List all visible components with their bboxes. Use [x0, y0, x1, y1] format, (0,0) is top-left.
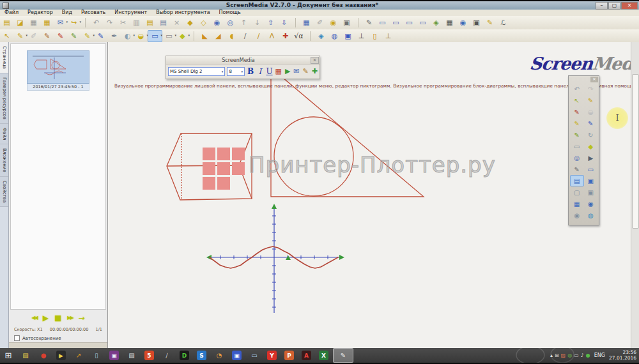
powerpoint-icon[interactable]: P	[284, 351, 294, 360]
menu-file[interactable]: Файл	[0, 10, 23, 16]
undo-icon[interactable]: ↶	[570, 83, 584, 95]
save-as-icon[interactable]: ▦	[40, 17, 54, 28]
screen-capture-icon[interactable]: ▣	[584, 175, 598, 186]
grid-view-icon[interactable]: ▦	[300, 17, 313, 28]
gesture-icon[interactable]: ✐	[313, 17, 327, 28]
lightning-icon[interactable]: S	[197, 351, 206, 360]
maximize-button[interactable]: ▢	[608, 2, 620, 10]
page-thumbnail[interactable]: 2016/01/27 23:45:50 - 1	[27, 50, 89, 91]
zoom-out-icon[interactable]: ◎	[224, 17, 237, 28]
menu-draw[interactable]: Рисовать	[77, 10, 110, 16]
tab-properties[interactable]: Свойства	[0, 177, 8, 207]
save-icon[interactable]: ▦	[27, 17, 40, 28]
screen-freeze-icon[interactable]: ▭	[416, 17, 429, 28]
lab-stand-icon[interactable]: ⊥	[381, 31, 395, 42]
tab-file[interactable]: Файл	[0, 124, 8, 144]
purple-app-icon[interactable]: ▣	[109, 351, 119, 360]
cut-icon[interactable]: ✂	[116, 17, 130, 28]
color-wheel-icon[interactable]: ◔	[211, 349, 227, 362]
export-icon[interactable]: ↪	[67, 17, 81, 28]
video-icon[interactable]: ▶	[584, 152, 598, 163]
image-tool-icon[interactable]: ▣	[341, 31, 355, 42]
shapes-icon[interactable]: ◆	[584, 140, 598, 152]
camera-icon[interactable]: ▣	[340, 17, 353, 28]
spotlight-icon[interactable]: ✎	[362, 17, 376, 28]
pen-blue-icon[interactable]: ✎	[94, 31, 107, 42]
autosave-checkbox[interactable]	[14, 335, 20, 341]
menu-tool-select[interactable]: Выбор инструмента	[151, 10, 214, 16]
file-explorer-icon[interactable]: ▤	[17, 349, 34, 362]
flask-icon[interactable]: ▯	[368, 31, 381, 42]
rewind-button[interactable]: ◀◀	[31, 311, 36, 325]
red-app-icon[interactable]: ●	[35, 349, 52, 362]
keyboard-icon[interactable]: ▤	[570, 175, 584, 186]
calculator-icon[interactable]: ▦	[443, 17, 456, 28]
bold-button[interactable]: B	[247, 67, 254, 76]
start-button[interactable]: ⊞	[0, 348, 17, 363]
paste-special-icon[interactable]: ▤	[157, 17, 170, 28]
zoom-in-icon[interactable]: ◉	[210, 17, 224, 28]
pen-green-icon[interactable]: ✎	[67, 31, 81, 42]
orb-eraser-icon[interactable]: ◐	[121, 31, 134, 42]
floating-toolbar-header[interactable]: ScreenMedia ×	[166, 56, 320, 64]
new-document-icon[interactable]: ▤	[0, 17, 13, 28]
play-icon[interactable]: ▶	[285, 66, 290, 77]
grid-windows-icon[interactable]: ▦	[570, 198, 584, 209]
screenmedia-taskbar-icon[interactable]: ✎	[333, 348, 353, 363]
whiteboard-tool-icon[interactable]: ▭	[148, 30, 162, 42]
protractor-icon[interactable]: ◖	[225, 31, 238, 42]
select-tool-icon[interactable]: ↖	[0, 31, 13, 42]
erase-object-icon[interactable]: ◇	[197, 17, 210, 28]
formula-icon[interactable]: √α	[292, 31, 305, 42]
close-icon[interactable]: ×	[311, 57, 319, 64]
jump-button[interactable]: →	[79, 311, 85, 325]
pen-gray-icon[interactable]: ✒	[107, 31, 121, 42]
spotlight-icon[interactable]: ✎	[570, 163, 584, 175]
titlebar[interactable]: ScreenMedia V2.7.0 - Документ без назван…	[0, 1, 639, 10]
mouse-icon[interactable]: ◉	[570, 209, 584, 221]
tool-palette[interactable]: × ↶↷↖✎✎◒✎✎✎↻▭◆◎▶✎▭▤▣▢▣▦◉◉◍	[568, 75, 599, 225]
minimize-button[interactable]: –	[596, 2, 608, 10]
font-family-select[interactable]: MS Shell Dlg 2 ▾	[168, 67, 225, 76]
monitor-icon[interactable]: ▭	[376, 17, 389, 28]
black-player-icon[interactable]: D	[180, 351, 189, 360]
notepad-icon[interactable]: ▤	[123, 349, 140, 362]
tray-windows-icon[interactable]: ⊞	[555, 353, 559, 358]
move-up-icon[interactable]: ↑	[237, 17, 250, 28]
monitor-icon[interactable]: ▭	[584, 163, 598, 175]
bandsaw-icon[interactable]: ⊥	[355, 31, 368, 42]
yandex-icon[interactable]: Y	[267, 351, 277, 360]
undo-icon[interactable]: ↶	[89, 17, 103, 28]
html5-icon[interactable]: 5	[144, 351, 154, 360]
underline-button[interactable]: U	[266, 67, 273, 76]
canvas-scrollbar[interactable]	[631, 42, 639, 348]
send-mail-icon[interactable]: ✉	[54, 17, 67, 28]
brush-icon[interactable]: ✎	[303, 66, 309, 77]
lasso-tool-icon[interactable]: ✐	[27, 31, 40, 42]
search-icon[interactable]: ◉	[584, 198, 598, 209]
compass-icon[interactable]: Λ	[265, 31, 279, 42]
language-indicator[interactable]: ENG	[594, 353, 605, 358]
close-icon[interactable]: ×	[590, 77, 598, 82]
canvas[interactable]: Принтер-Плоттер.ру Визуальное программир…	[108, 42, 639, 348]
menu-help[interactable]: Помощь	[215, 10, 245, 16]
set-square-45-icon[interactable]: ◣	[198, 31, 212, 42]
move-down-icon[interactable]: ↓	[250, 17, 264, 28]
font-color-icon[interactable]: ▦	[275, 66, 281, 77]
menu-view[interactable]: Вид	[58, 10, 77, 16]
pages-icon[interactable]: ▣	[584, 186, 598, 198]
dice-icon[interactable]: ◈	[314, 31, 328, 42]
clock[interactable]: 23:56 27.01.2016	[609, 350, 636, 361]
brush-tool-icon[interactable]: ✎	[40, 31, 54, 42]
marker-red-icon[interactable]: ✎	[54, 31, 67, 42]
refresh-icon[interactable]: ↻	[584, 129, 598, 140]
clone-object-icon[interactable]: ◆	[183, 17, 197, 28]
tab-attachment[interactable]: Вложение	[0, 144, 8, 177]
menu-editor[interactable]: Редактор	[23, 10, 58, 16]
media-player-icon[interactable]: ▶	[56, 351, 66, 360]
paste-icon[interactable]: ▤	[143, 17, 157, 28]
redo-icon[interactable]: ↷	[584, 83, 598, 95]
tray-volume-icon[interactable]: ♪	[581, 353, 584, 358]
select-icon[interactable]: ↖	[570, 95, 584, 106]
highlighter-icon[interactable]: ✎	[570, 118, 584, 129]
